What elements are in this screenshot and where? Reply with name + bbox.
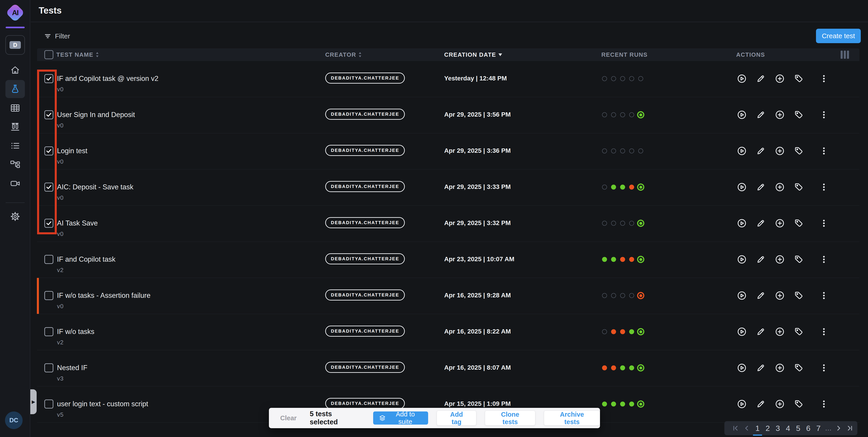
sidebar-item-flows[interactable] bbox=[5, 156, 25, 174]
add-to-suite-row-button[interactable] bbox=[775, 399, 785, 409]
more-options-button[interactable] bbox=[819, 291, 829, 301]
run-test-button[interactable] bbox=[737, 255, 747, 264]
page-button-5[interactable]: 5 bbox=[793, 423, 803, 434]
page-button-4[interactable]: 4 bbox=[783, 423, 793, 434]
sort-desc-icon bbox=[498, 53, 502, 56]
add-to-suite-row-button[interactable] bbox=[775, 74, 785, 83]
tag-test-button[interactable] bbox=[794, 291, 804, 301]
page-button-1[interactable]: 1 bbox=[752, 423, 763, 434]
more-options-button[interactable] bbox=[819, 218, 829, 228]
more-options-button[interactable] bbox=[819, 399, 829, 409]
kebab-menu-icon bbox=[819, 327, 829, 337]
edit-test-button[interactable] bbox=[756, 255, 766, 264]
tag-test-button[interactable] bbox=[794, 218, 804, 228]
more-options-button[interactable] bbox=[819, 363, 829, 373]
header-divider bbox=[31, 22, 868, 22]
run-test-button[interactable] bbox=[737, 399, 747, 409]
row-actions bbox=[37, 255, 859, 264]
column-header-test-name[interactable]: TEST NAME bbox=[56, 51, 99, 58]
edit-test-button[interactable] bbox=[756, 218, 766, 228]
more-options-button[interactable] bbox=[819, 146, 829, 156]
tag-test-button[interactable] bbox=[794, 182, 804, 192]
page-button-7[interactable]: 7 bbox=[813, 423, 824, 434]
edit-test-button[interactable] bbox=[756, 74, 766, 83]
more-options-button[interactable] bbox=[819, 110, 829, 120]
run-test-button[interactable] bbox=[737, 182, 747, 192]
run-test-button[interactable] bbox=[737, 363, 747, 373]
add-to-suite-row-button[interactable] bbox=[775, 363, 785, 373]
sidebar-item-data-tables[interactable] bbox=[5, 99, 25, 117]
tag-test-button[interactable] bbox=[794, 255, 804, 264]
app-logo[interactable]: AI bbox=[7, 5, 23, 20]
column-header-recent-runs: RECENT RUNS bbox=[601, 51, 648, 58]
more-options-button[interactable] bbox=[819, 74, 829, 83]
sidebar-item-test-runs[interactable] bbox=[5, 118, 25, 136]
sidebar-item-settings[interactable] bbox=[5, 207, 25, 226]
tag-test-button[interactable] bbox=[794, 146, 804, 156]
filter-button[interactable]: Filter bbox=[44, 31, 70, 41]
tag-test-button[interactable] bbox=[794, 110, 804, 120]
add-to-suite-row-button[interactable] bbox=[775, 327, 785, 337]
tag-test-button[interactable] bbox=[794, 363, 804, 373]
sidebar-divider bbox=[6, 202, 25, 203]
sidebar-expand-handle[interactable]: ▶ bbox=[30, 389, 37, 414]
kebab-menu-icon bbox=[819, 291, 829, 301]
sidebar-item-steps[interactable] bbox=[5, 137, 25, 155]
add-to-suite-row-button[interactable] bbox=[775, 146, 785, 156]
select-all-checkbox[interactable] bbox=[44, 50, 53, 59]
tag-test-button[interactable] bbox=[794, 399, 804, 409]
last-page-button[interactable] bbox=[844, 425, 856, 432]
test-version: v0 bbox=[57, 231, 64, 237]
edit-test-button[interactable] bbox=[756, 110, 766, 120]
table-row: IF w/o tasks - Assertion failure v0 DEBA… bbox=[37, 278, 859, 314]
run-test-button[interactable] bbox=[737, 327, 747, 337]
archive-tests-button[interactable]: Archive tests bbox=[544, 410, 600, 426]
edit-test-button[interactable] bbox=[756, 399, 766, 409]
add-tag-button[interactable]: Add tag bbox=[437, 410, 476, 426]
add-to-suite-row-button[interactable] bbox=[775, 255, 785, 264]
home-icon bbox=[10, 65, 20, 75]
tag-icon bbox=[794, 182, 804, 192]
next-page-button[interactable] bbox=[833, 425, 844, 432]
first-page-button[interactable] bbox=[730, 425, 741, 432]
run-test-button[interactable] bbox=[737, 218, 747, 228]
more-options-button[interactable] bbox=[819, 327, 829, 337]
more-options-button[interactable] bbox=[819, 182, 829, 192]
column-header-creator[interactable]: CREATOR bbox=[325, 51, 362, 58]
clone-tests-button[interactable]: Clone tests bbox=[485, 410, 535, 426]
create-test-button[interactable]: Create test bbox=[816, 29, 861, 43]
column-header-creation-date[interactable]: CREATION DATE bbox=[444, 51, 502, 58]
add-to-suite-row-button[interactable] bbox=[775, 218, 785, 228]
add-to-suite-row-button[interactable] bbox=[775, 291, 785, 301]
page-button-6[interactable]: 6 bbox=[803, 423, 813, 434]
workspace-switcher[interactable]: D bbox=[5, 35, 25, 55]
run-test-button[interactable] bbox=[737, 110, 747, 120]
edit-test-button[interactable] bbox=[756, 363, 766, 373]
pencil-icon bbox=[756, 327, 766, 337]
column-settings-icon[interactable] bbox=[841, 51, 849, 59]
sidebar-item-recordings[interactable] bbox=[5, 174, 25, 193]
edit-test-button[interactable] bbox=[756, 146, 766, 156]
run-test-button[interactable] bbox=[737, 291, 747, 301]
edit-test-button[interactable] bbox=[756, 327, 766, 337]
run-test-button[interactable] bbox=[737, 74, 747, 83]
test-version: v5 bbox=[57, 411, 64, 418]
edit-test-button[interactable] bbox=[756, 291, 766, 301]
edit-test-button[interactable] bbox=[756, 182, 766, 192]
clear-selection-button[interactable]: Clear bbox=[280, 414, 297, 422]
sidebar-item-tests[interactable] bbox=[5, 80, 25, 98]
add-to-suite-row-button[interactable] bbox=[775, 110, 785, 120]
run-test-button[interactable] bbox=[737, 146, 747, 156]
prev-page-button[interactable] bbox=[741, 425, 752, 432]
add-to-suite-button[interactable]: Add to suite bbox=[373, 411, 428, 425]
tree-diagram-icon bbox=[10, 160, 20, 170]
page-button-2[interactable]: 2 bbox=[763, 423, 773, 434]
tag-test-button[interactable] bbox=[794, 74, 804, 83]
user-avatar[interactable]: DC bbox=[5, 411, 23, 429]
tag-test-button[interactable] bbox=[794, 327, 804, 337]
sidebar-item-home[interactable] bbox=[5, 61, 25, 79]
page-button-3[interactable]: 3 bbox=[773, 423, 783, 434]
add-to-suite-row-button[interactable] bbox=[775, 182, 785, 192]
kebab-menu-icon bbox=[819, 146, 829, 156]
more-options-button[interactable] bbox=[819, 255, 829, 264]
